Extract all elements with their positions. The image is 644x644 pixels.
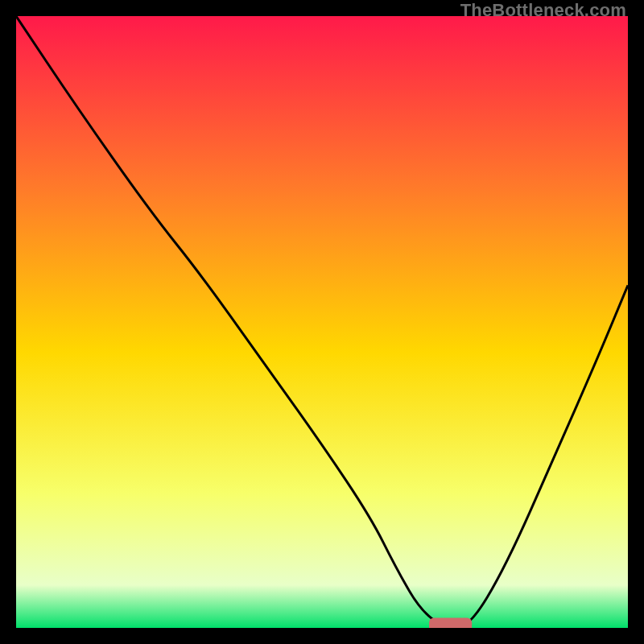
bottleneck-chart — [16, 16, 628, 628]
gradient-background — [16, 16, 628, 628]
chart-frame — [16, 16, 628, 628]
watermark-text: TheBottleneck.com — [460, 0, 626, 21]
optimal-marker — [429, 618, 472, 629]
